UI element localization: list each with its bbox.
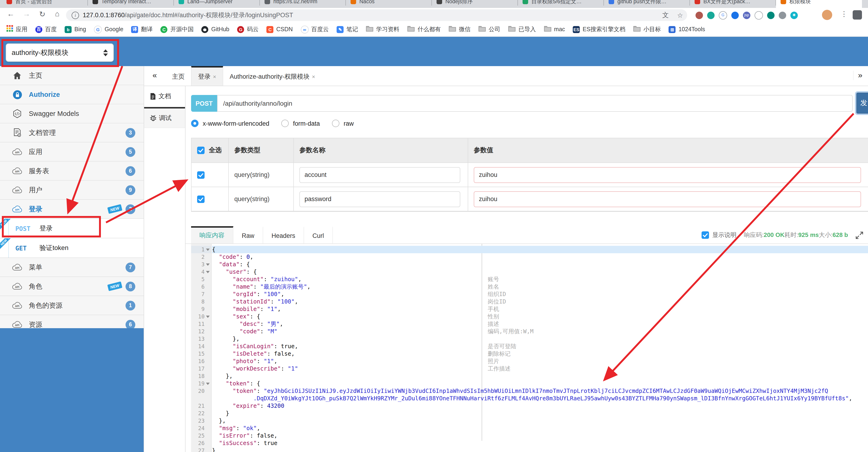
bookmark-item[interactable]: bBing xyxy=(65,26,86,33)
sidebar-item-文档管理[interactable]: 文档管理3 xyxy=(0,123,144,142)
sidebar-item-应用[interactable]: API应用5 xyxy=(0,142,144,162)
bookmark-item[interactable]: G码云 xyxy=(237,25,259,33)
profile-avatar[interactable] xyxy=(822,10,832,20)
browser-tab[interactable]: 首页 - 运营后台 xyxy=(2,0,88,8)
doc-tab-登录[interactable]: 登录× xyxy=(191,66,223,86)
url-bar[interactable]: i 127.0.0.1:8760/api/gate/doc.html#/auth… xyxy=(66,9,687,21)
browser-tab[interactable]: Nacos xyxy=(346,0,432,8)
param-checkbox[interactable] xyxy=(197,195,205,203)
bookmark-item[interactable]: 已导入 xyxy=(508,25,536,33)
sidebar-item-主页[interactable]: 主页 xyxy=(0,66,144,85)
bookmark-item[interactable]: 应用 xyxy=(6,25,27,33)
forward-icon[interactable]: → xyxy=(21,10,32,18)
browser-tab[interactable]: Temporary Interact… xyxy=(88,0,174,8)
bookmark-item[interactable]: GGoogle xyxy=(94,25,123,33)
browser-tab[interactable]: 目录权限5/6指定文… xyxy=(518,0,604,8)
fold-icon[interactable] xyxy=(206,383,210,387)
param-name-input[interactable] xyxy=(300,167,460,183)
extension-teal-beaker[interactable] xyxy=(707,11,715,19)
bookmark-item[interactable]: 微信 xyxy=(448,25,470,33)
sidebar-item-角色的资源[interactable]: API角色的资源1 xyxy=(0,296,144,315)
browser-tab[interactable]: Land—Jumpserver xyxy=(174,0,260,8)
home-icon[interactable]: ⌂ xyxy=(52,10,62,18)
browser-tab[interactable]: 权限模块 xyxy=(776,0,862,8)
fold-icon[interactable] xyxy=(206,248,210,253)
param-value-cell xyxy=(468,187,868,211)
select-all-checkbox[interactable] xyxy=(197,147,205,154)
browser-menu-icon[interactable]: ⋮ xyxy=(841,10,847,18)
extension-jsp-badge[interactable]: jsp xyxy=(743,11,750,19)
browser-tab[interactable]: github push文件限… xyxy=(604,0,690,8)
bookmark-item[interactable]: 百百度 xyxy=(35,25,57,33)
sidebar-endpoint-post[interactable]: NEWPOST登录 xyxy=(0,219,144,238)
param-value-input[interactable] xyxy=(474,167,861,183)
bookmark-item[interactable]: ESES搜索引擎文档 xyxy=(573,25,625,33)
panel-tab-文档[interactable]: 文档 xyxy=(144,86,185,107)
extension-red-circle[interactable] xyxy=(695,11,703,19)
tab-title: Land—Jumpserver xyxy=(187,0,232,4)
show-description-toggle[interactable]: 显示说明 xyxy=(702,231,737,239)
response-tab-Raw[interactable]: Raw xyxy=(234,226,263,244)
close-icon[interactable]: × xyxy=(213,73,216,80)
send-button[interactable]: 发 xyxy=(857,93,868,114)
bookmark-item[interactable]: GitHub xyxy=(202,26,229,33)
extension-teal-star[interactable]: ✱ xyxy=(790,11,798,19)
sidebar-item-菜单[interactable]: API菜单7 xyxy=(0,258,144,277)
doc-tab-Authorize-authority-权限模块[interactable]: Authorize-authority-权限模块× xyxy=(223,66,322,86)
fold-icon[interactable] xyxy=(206,315,210,319)
reload-icon[interactable]: ↻ xyxy=(37,10,48,19)
body-type-radio[interactable] xyxy=(332,120,339,127)
tabs-scroll-left-icon[interactable]: « xyxy=(153,71,157,80)
bookmark-item[interactable]: ∞百度云 xyxy=(301,25,329,33)
response-tab-响应内容[interactable]: 响应内容 xyxy=(191,226,234,244)
bookmark-item[interactable]: 小目标 xyxy=(633,25,661,33)
sidebar-item-服务表[interactable]: API服务表6 xyxy=(0,162,144,180)
bookmark-item[interactable]: ⊞1024Tools xyxy=(669,26,705,33)
show-description-checkbox[interactable] xyxy=(702,231,709,239)
sidebar-item-Swagger Models[interactable]: Swagger Models xyxy=(0,104,144,123)
browser-tab[interactable]: Nodejs排序 xyxy=(432,0,518,8)
bookmark-star-icon[interactable]: ☆ xyxy=(677,11,683,19)
api-url-input[interactable] xyxy=(217,95,852,112)
response-tab-Curl[interactable]: Curl xyxy=(304,226,333,244)
bookmark-item[interactable]: 学习资料 xyxy=(366,25,399,33)
bookmark-item[interactable]: mac xyxy=(544,25,565,33)
fold-icon[interactable] xyxy=(206,263,210,267)
browser-side-panel-icon[interactable] xyxy=(852,10,862,20)
extension-google-g[interactable]: G xyxy=(719,11,727,19)
sidebar-item-Authorize[interactable]: Authorize xyxy=(0,85,144,104)
sidebar-endpoint-get[interactable]: NEWGET验证token xyxy=(0,238,144,258)
bookmark-item[interactable]: 译翻译 xyxy=(131,25,153,33)
tabs-scroll-right-icon[interactable]: » xyxy=(853,71,862,80)
doc-tab-主页[interactable]: 主页 xyxy=(165,66,191,86)
bookmark-item[interactable]: CCSDN xyxy=(267,26,293,33)
fullscreen-icon[interactable] xyxy=(856,231,863,239)
extension-blue-dot[interactable] xyxy=(731,11,739,19)
bookmark-label: Google xyxy=(104,26,123,33)
body-type-radio[interactable] xyxy=(281,120,289,127)
module-select[interactable]: authority-权限模块 xyxy=(6,43,114,62)
extension-white-ring[interactable] xyxy=(754,11,763,19)
bookmark-item[interactable]: C开源中国 xyxy=(161,25,194,33)
translate-icon[interactable]: 文 xyxy=(662,11,669,19)
panel-tab-调试[interactable]: 调试 xyxy=(144,107,185,128)
back-icon[interactable]: ← xyxy=(6,10,16,18)
sidebar-item-登录[interactable]: API登录NEW2 xyxy=(0,200,144,219)
sidebar-item-角色[interactable]: API角色NEW8 xyxy=(0,277,144,296)
info-icon[interactable]: i xyxy=(71,11,79,19)
param-name-input[interactable] xyxy=(300,191,460,207)
bookmark-item[interactable]: 什么都有 xyxy=(407,25,441,33)
body-type-radio[interactable] xyxy=(191,120,198,127)
browser-tab[interactable]: https://s.u2.net/#m xyxy=(260,0,346,8)
bookmark-item[interactable]: 公司 xyxy=(478,25,500,33)
fold-icon[interactable] xyxy=(206,271,210,275)
response-tab-Headers[interactable]: Headers xyxy=(263,226,304,244)
param-value-input[interactable] xyxy=(474,191,861,207)
param-checkbox[interactable] xyxy=(197,171,205,178)
sidebar-item-用户[interactable]: API用户9 xyxy=(0,180,144,200)
browser-tab[interactable]: BX文件是大(pack… xyxy=(690,0,776,8)
extension-teal-shield[interactable] xyxy=(767,11,775,19)
extension-gray-grid[interactable] xyxy=(779,11,786,19)
close-icon[interactable]: × xyxy=(312,73,315,80)
bookmark-item[interactable]: ✎笔记 xyxy=(337,25,358,33)
